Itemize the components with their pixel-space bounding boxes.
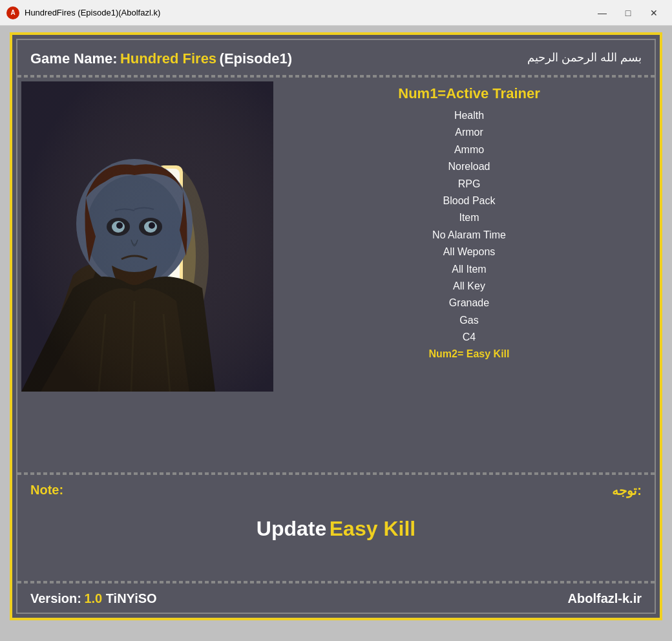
main-window: Game Name: Hundred Fires (Episode1) بسم … [10,32,662,620]
maximize-button[interactable]: □ [616,4,640,22]
trainer-item-health: Health [290,107,648,124]
footer-separator [17,581,655,583]
note-update-value: Easy Kill [330,517,415,540]
game-name-container: Game Name: Hundred Fires (Episode1) [30,50,292,67]
arabic-text: بسم الله الرحمن الرحيم [527,50,642,65]
minimize-button[interactable]: — [591,4,614,22]
note-section: Note: توجه: Update Easy Kill [17,476,655,580]
bottom-separator [17,472,655,475]
character-image [21,81,273,392]
note-label: Note: [30,483,63,497]
window-title: HundredFires (Episode1)(Abolfazl.k) [25,8,160,17]
trainer-item-allkey: All Key [290,278,648,295]
note-arabic-label: توجه: [612,483,642,498]
app-logo: A [6,6,19,19]
version-iso: TiNYiSO [106,591,157,605]
episode-label: (Episode1) [220,50,292,67]
trainer-info: Num1=Active Trainer Health Armor Ammo No… [277,79,655,471]
footer-section: Version: 1.0 TiNYiSO Abolfazl-k.ir [17,585,655,613]
trainer-item-noreload: Noreload [290,158,648,175]
version-container: Version: 1.0 TiNYiSO [30,591,157,606]
trainer-item-rpg: RPG [290,176,648,193]
trainer-item-ammo: Ammo [290,142,648,158]
trainer-item-granade: Granade [290,295,648,311]
game-name-value: Hundred Fires [120,50,216,67]
trainer-item-bloodpack: Blood Pack [290,193,648,209]
top-separator [17,75,655,78]
website-label: Abolfazl-k.ir [568,591,642,606]
trainer-item-allwepons: All Wepons [290,244,648,260]
header-section: Game Name: Hundred Fires (Episode1) بسم … [17,40,655,74]
close-button[interactable]: ✕ [642,4,666,22]
trainer-item-num2: Num2= Easy Kill [290,346,648,363]
trainer-item-c4: C4 [290,329,648,346]
title-bar-left: A HundredFires (Episode1)(Abolfazl.k) [6,6,160,19]
trainer-item-allitem: All Item [290,261,648,278]
trainer-item-item: Item [290,209,648,226]
trainer-title: Num1=Active Trainer [290,85,648,102]
version-number: 1.0 [84,591,105,605]
trainer-item-noalaram: No Alaram Time [290,227,648,244]
trainer-item-armor: Armor [290,124,648,141]
version-label: Version: [30,591,81,605]
trainer-item-gas: Gas [290,312,648,329]
game-name-label: Game Name: [30,50,118,67]
window-controls: — □ ✕ [591,4,666,22]
note-content: Update Easy Kill [30,510,642,541]
title-bar: A HundredFires (Episode1)(Abolfazl.k) — … [0,0,672,26]
note-update-text: Update [257,517,326,540]
svg-rect-17 [21,81,273,392]
inner-border: Game Name: Hundred Fires (Episode1) بسم … [16,39,656,614]
content-area: Num1=Active Trainer Health Armor Ammo No… [17,79,655,471]
